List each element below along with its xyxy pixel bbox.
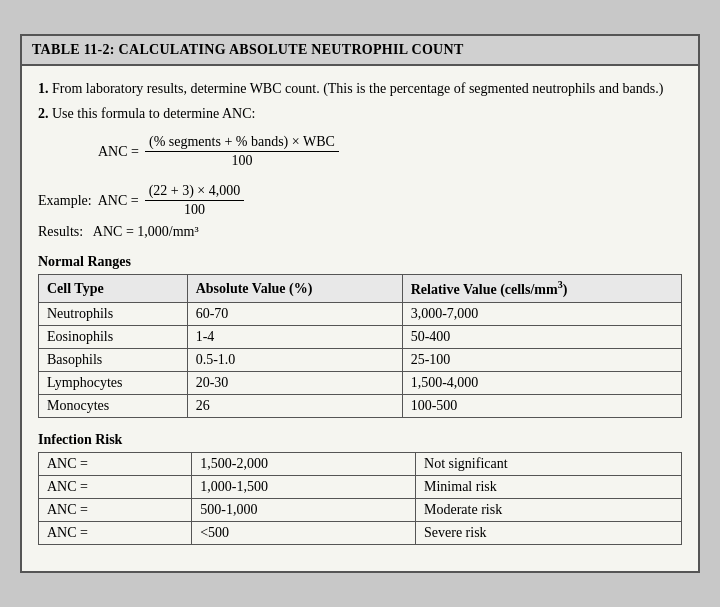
formula-fraction: (% segments + % bands) × WBC 100 xyxy=(145,134,339,169)
step-2-text: Use this formula to determine ANC: xyxy=(52,106,255,121)
table-row: ANC =1,000-1,500Minimal risk xyxy=(39,475,682,498)
col-cell-type: Cell Type xyxy=(39,275,188,303)
card-header: TABLE 11-2: CALCULATING ABSOLUTE NEUTROP… xyxy=(22,36,698,66)
step-2-number: 2. xyxy=(38,106,49,121)
table-row: Monocytes26100-500 xyxy=(39,394,682,417)
header-title: TABLE 11-2: CALCULATING ABSOLUTE NEUTROP… xyxy=(32,42,464,57)
table-row: ANC =<500Severe risk xyxy=(39,521,682,544)
card-body: 1. From laboratory results, determine WB… xyxy=(22,66,698,571)
main-card: TABLE 11-2: CALCULATING ABSOLUTE NEUTROP… xyxy=(20,34,700,573)
col-relative-value: Relative Value (cells/mm3) xyxy=(402,275,681,303)
normal-ranges-table: Cell Type Absolute Value (%) Relative Va… xyxy=(38,274,682,418)
results-label: Results: xyxy=(38,224,83,239)
table-row: Neutrophils60-703,000-7,000 xyxy=(39,302,682,325)
table-row: Eosinophils1-450-400 xyxy=(39,325,682,348)
formula-lhs: ANC = xyxy=(98,144,139,160)
step-1: 1. From laboratory results, determine WB… xyxy=(38,78,682,99)
table-row: ANC =1,500-2,000Not significant xyxy=(39,452,682,475)
infection-risk-table: ANC =1,500-2,000Not significantANC =1,00… xyxy=(38,452,682,545)
step-1-text: From laboratory results, determine WBC c… xyxy=(52,81,663,96)
step-2: 2. Use this formula to determine ANC: xyxy=(38,103,682,124)
example-denominator: 100 xyxy=(180,201,209,218)
example-fraction: (22 + 3) × 4,000 100 xyxy=(145,183,245,218)
formula-block: ANC = (% segments + % bands) × WBC 100 xyxy=(98,134,682,169)
results-value: ANC = 1,000/mm³ xyxy=(93,224,199,239)
example-label: Example: xyxy=(38,193,92,209)
normal-ranges-title: Normal Ranges xyxy=(38,254,682,270)
normal-ranges-header-row: Cell Type Absolute Value (%) Relative Va… xyxy=(39,275,682,303)
example-lhs: ANC = xyxy=(98,193,139,209)
infection-risk-title: Infection Risk xyxy=(38,432,682,448)
example-block: Example: ANC = (22 + 3) × 4,000 100 xyxy=(38,183,682,218)
table-row: ANC =500-1,000Moderate risk xyxy=(39,498,682,521)
col-absolute-value: Absolute Value (%) xyxy=(187,275,402,303)
results-block: Results: ANC = 1,000/mm³ xyxy=(38,224,682,240)
table-row: Basophils0.5-1.025-100 xyxy=(39,348,682,371)
table-row: Lymphocytes20-301,500-4,000 xyxy=(39,371,682,394)
formula-denominator: 100 xyxy=(227,152,256,169)
example-numerator: (22 + 3) × 4,000 xyxy=(145,183,245,201)
formula-numerator: (% segments + % bands) × WBC xyxy=(145,134,339,152)
step-1-number: 1. xyxy=(38,81,49,96)
